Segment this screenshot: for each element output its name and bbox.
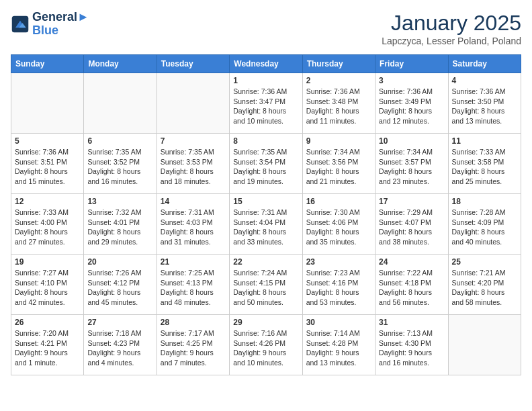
day-info: Sunrise: 7:36 AMSunset: 3:47 PMDaylight:… <box>233 87 298 126</box>
day-number: 21 <box>161 257 226 267</box>
calendar-week-row: 19Sunrise: 7:27 AMSunset: 4:10 PMDayligh… <box>11 255 521 315</box>
calendar-cell: 14Sunrise: 7:31 AMSunset: 4:03 PMDayligh… <box>157 194 229 255</box>
month-title: January 2025 <box>382 11 521 36</box>
calendar-cell <box>84 73 157 134</box>
calendar-cell: 15Sunrise: 7:31 AMSunset: 4:04 PMDayligh… <box>230 194 302 255</box>
day-number: 30 <box>306 318 371 327</box>
day-info: Sunrise: 7:28 AMSunset: 4:09 PMDaylight:… <box>452 208 517 247</box>
logo-icon <box>11 15 30 34</box>
weekday-header: Thursday <box>302 55 375 73</box>
day-info: Sunrise: 7:35 AMSunset: 3:53 PMDaylight:… <box>161 147 226 187</box>
day-number: 10 <box>379 136 444 146</box>
day-number: 5 <box>15 136 80 146</box>
calendar-cell: 11Sunrise: 7:33 AMSunset: 3:58 PMDayligh… <box>448 134 521 194</box>
calendar-cell: 23Sunrise: 7:23 AMSunset: 4:16 PMDayligh… <box>302 255 375 315</box>
day-number: 15 <box>233 197 298 206</box>
day-number: 25 <box>452 257 517 267</box>
calendar-cell: 28Sunrise: 7:17 AMSunset: 4:25 PMDayligh… <box>157 315 229 375</box>
calendar: SundayMondayTuesdayWednesdayThursdayFrid… <box>11 54 521 375</box>
day-number: 9 <box>306 136 371 146</box>
calendar-cell: 12Sunrise: 7:33 AMSunset: 4:00 PMDayligh… <box>11 194 84 255</box>
day-info: Sunrise: 7:36 AMSunset: 3:48 PMDaylight:… <box>306 87 371 126</box>
weekday-header: Friday <box>375 55 448 73</box>
day-info: Sunrise: 7:35 AMSunset: 3:52 PMDaylight:… <box>87 147 152 187</box>
calendar-cell: 6Sunrise: 7:35 AMSunset: 3:52 PMDaylight… <box>84 134 157 194</box>
title-block: January 2025 Lapczyca, Lesser Poland, Po… <box>382 11 521 46</box>
day-info: Sunrise: 7:36 AMSunset: 3:49 PMDaylight:… <box>379 87 444 126</box>
day-info: Sunrise: 7:32 AMSunset: 4:01 PMDaylight:… <box>87 208 152 247</box>
calendar-header: SundayMondayTuesdayWednesdayThursdayFrid… <box>11 55 521 73</box>
calendar-cell: 4Sunrise: 7:36 AMSunset: 3:50 PMDaylight… <box>448 73 521 134</box>
day-number: 29 <box>233 318 298 327</box>
day-number: 11 <box>452 136 517 146</box>
day-number: 8 <box>233 136 298 146</box>
day-number: 3 <box>379 76 444 85</box>
calendar-cell <box>157 73 229 134</box>
day-info: Sunrise: 7:23 AMSunset: 4:16 PMDaylight:… <box>306 268 371 308</box>
logo: General► Blue <box>11 11 89 38</box>
calendar-cell: 21Sunrise: 7:25 AMSunset: 4:13 PMDayligh… <box>157 255 229 315</box>
day-info: Sunrise: 7:13 AMSunset: 4:30 PMDaylight:… <box>379 328 444 368</box>
day-info: Sunrise: 7:27 AMSunset: 4:10 PMDaylight:… <box>15 268 80 308</box>
logo-text: General► Blue <box>32 11 89 38</box>
calendar-cell: 27Sunrise: 7:18 AMSunset: 4:23 PMDayligh… <box>84 315 157 375</box>
day-number: 24 <box>379 257 444 267</box>
day-info: Sunrise: 7:24 AMSunset: 4:15 PMDaylight:… <box>233 268 298 308</box>
calendar-cell: 22Sunrise: 7:24 AMSunset: 4:15 PMDayligh… <box>230 255 302 315</box>
calendar-cell: 29Sunrise: 7:16 AMSunset: 4:26 PMDayligh… <box>230 315 302 375</box>
day-info: Sunrise: 7:14 AMSunset: 4:28 PMDaylight:… <box>306 328 371 368</box>
calendar-cell <box>11 73 84 134</box>
weekday-header: Sunday <box>11 55 84 73</box>
day-number: 17 <box>379 197 444 206</box>
day-info: Sunrise: 7:16 AMSunset: 4:26 PMDaylight:… <box>233 328 298 368</box>
calendar-week-row: 12Sunrise: 7:33 AMSunset: 4:00 PMDayligh… <box>11 194 521 255</box>
day-info: Sunrise: 7:30 AMSunset: 4:06 PMDaylight:… <box>306 208 371 247</box>
calendar-cell <box>448 315 521 375</box>
day-number: 4 <box>452 76 517 85</box>
day-number: 26 <box>15 318 80 327</box>
calendar-cell: 16Sunrise: 7:30 AMSunset: 4:06 PMDayligh… <box>302 194 375 255</box>
calendar-cell: 25Sunrise: 7:21 AMSunset: 4:20 PMDayligh… <box>448 255 521 315</box>
calendar-cell: 31Sunrise: 7:13 AMSunset: 4:30 PMDayligh… <box>375 315 448 375</box>
day-info: Sunrise: 7:33 AMSunset: 3:58 PMDaylight:… <box>452 147 517 187</box>
calendar-cell: 2Sunrise: 7:36 AMSunset: 3:48 PMDaylight… <box>302 73 375 134</box>
calendar-cell: 24Sunrise: 7:22 AMSunset: 4:18 PMDayligh… <box>375 255 448 315</box>
day-info: Sunrise: 7:20 AMSunset: 4:21 PMDaylight:… <box>15 328 80 368</box>
calendar-cell: 9Sunrise: 7:34 AMSunset: 3:56 PMDaylight… <box>302 134 375 194</box>
calendar-body: 1Sunrise: 7:36 AMSunset: 3:47 PMDaylight… <box>11 73 521 375</box>
day-info: Sunrise: 7:35 AMSunset: 3:54 PMDaylight:… <box>233 147 298 187</box>
day-info: Sunrise: 7:21 AMSunset: 4:20 PMDaylight:… <box>452 268 517 308</box>
calendar-cell: 19Sunrise: 7:27 AMSunset: 4:10 PMDayligh… <box>11 255 84 315</box>
day-number: 2 <box>306 76 371 85</box>
day-info: Sunrise: 7:33 AMSunset: 4:00 PMDaylight:… <box>15 208 80 247</box>
location: Lapczyca, Lesser Poland, Poland <box>382 36 521 46</box>
calendar-cell: 7Sunrise: 7:35 AMSunset: 3:53 PMDaylight… <box>157 134 229 194</box>
day-number: 19 <box>15 257 80 267</box>
day-info: Sunrise: 7:22 AMSunset: 4:18 PMDaylight:… <box>379 268 444 308</box>
day-info: Sunrise: 7:31 AMSunset: 4:04 PMDaylight:… <box>233 208 298 247</box>
calendar-cell: 20Sunrise: 7:26 AMSunset: 4:12 PMDayligh… <box>84 255 157 315</box>
calendar-cell: 30Sunrise: 7:14 AMSunset: 4:28 PMDayligh… <box>302 315 375 375</box>
day-number: 14 <box>161 197 226 206</box>
day-number: 12 <box>15 197 80 206</box>
calendar-week-row: 26Sunrise: 7:20 AMSunset: 4:21 PMDayligh… <box>11 315 521 375</box>
weekday-header: Wednesday <box>230 55 302 73</box>
day-info: Sunrise: 7:31 AMSunset: 4:03 PMDaylight:… <box>161 208 226 247</box>
day-info: Sunrise: 7:25 AMSunset: 4:13 PMDaylight:… <box>161 268 226 308</box>
weekday-header: Monday <box>84 55 157 73</box>
calendar-cell: 3Sunrise: 7:36 AMSunset: 3:49 PMDaylight… <box>375 73 448 134</box>
day-number: 23 <box>306 257 371 267</box>
calendar-week-row: 5Sunrise: 7:36 AMSunset: 3:51 PMDaylight… <box>11 134 521 194</box>
calendar-cell: 17Sunrise: 7:29 AMSunset: 4:07 PMDayligh… <box>375 194 448 255</box>
day-info: Sunrise: 7:18 AMSunset: 4:23 PMDaylight:… <box>87 328 152 368</box>
day-info: Sunrise: 7:29 AMSunset: 4:07 PMDaylight:… <box>379 208 444 247</box>
calendar-cell: 5Sunrise: 7:36 AMSunset: 3:51 PMDaylight… <box>11 134 84 194</box>
day-number: 16 <box>306 197 371 206</box>
day-number: 22 <box>233 257 298 267</box>
day-info: Sunrise: 7:34 AMSunset: 3:57 PMDaylight:… <box>379 147 444 187</box>
weekday-header: Saturday <box>448 55 521 73</box>
day-info: Sunrise: 7:36 AMSunset: 3:51 PMDaylight:… <box>15 147 80 187</box>
calendar-cell: 18Sunrise: 7:28 AMSunset: 4:09 PMDayligh… <box>448 194 521 255</box>
day-number: 6 <box>87 136 152 146</box>
day-info: Sunrise: 7:34 AMSunset: 3:56 PMDaylight:… <box>306 147 371 187</box>
